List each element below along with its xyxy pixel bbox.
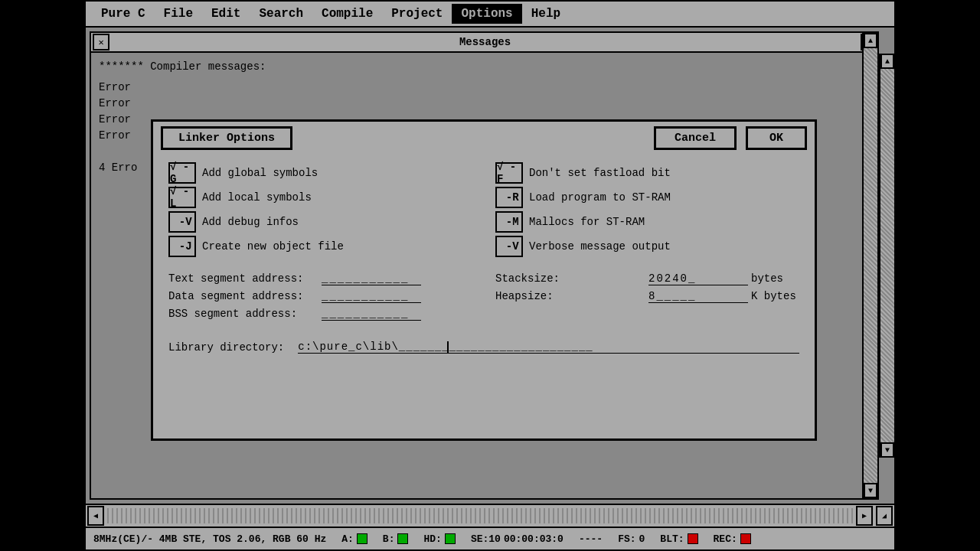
left-border	[0, 0, 84, 551]
right-border	[896, 0, 980, 551]
system-info-text: 8MHz(CE)/- 4MB STE, TOS 2.06, RGB 60 Hz	[93, 533, 326, 545]
library-input[interactable]: c:\pure_c\lib\__________________________…	[298, 341, 799, 354]
heapsize-input[interactable]: 8_____	[648, 290, 748, 303]
checkbox-V2[interactable]: -V	[495, 236, 523, 257]
dialog-segments: Text segment address: ___________ Data s…	[153, 265, 815, 333]
text-segment-row: Text segment address: ___________	[168, 272, 472, 285]
options-left-col: √ -G Add global symbols √ -L Add local s…	[168, 162, 472, 257]
dialog-titlebar: Linker Options Cancel OK	[153, 122, 815, 155]
main-scroll-down-button[interactable]: ▼	[880, 442, 894, 458]
checkbox-R[interactable]: -R	[495, 187, 523, 208]
menu-file[interactable]: File	[155, 4, 202, 24]
drive-b-led	[397, 533, 408, 544]
checkbox-M[interactable]: -M	[495, 211, 523, 233]
checkbox-V[interactable]: -V	[168, 211, 196, 233]
status-bottom: 8MHz(CE)/- 4MB STE, TOS 2.06, RGB 60 Hz …	[86, 528, 894, 549]
drive-hd-label: HD:	[423, 533, 441, 545]
segments-left-col: Text segment address: ___________ Data s…	[168, 272, 472, 325]
option-label-M: Mallocs for ST-RAM	[529, 216, 645, 228]
separator-text: ----	[579, 533, 603, 545]
data-segment-input[interactable]: ___________	[322, 290, 421, 303]
error-list: Error Error Error Error 4 Erro	[99, 80, 137, 176]
library-label: Library directory:	[168, 341, 284, 354]
messages-scroll-up-icon[interactable]: ▲	[864, 33, 877, 48]
messages-title: Messages	[111, 36, 859, 48]
stacksize-label: Stacksize:	[495, 272, 648, 285]
checkbox-L[interactable]: √ -L	[168, 187, 196, 208]
menu-compile[interactable]: Compile	[312, 4, 382, 24]
dialog-buttons: Cancel OK	[654, 126, 807, 150]
main-content: ✕ Messages ▲ ******* Compiler messages: …	[86, 28, 894, 504]
menu-options[interactable]: Options	[452, 4, 521, 24]
status-rec: REC:	[714, 533, 751, 545]
messages-scrollbar: ▲ ▼	[862, 33, 877, 498]
option-row-V: -V Add debug infos	[168, 211, 472, 233]
status-top: ◀ ▶ ◢	[86, 505, 894, 528]
option-row-J: -J Create new object file	[168, 236, 472, 257]
status-drive-hd: HD:	[423, 533, 455, 545]
error-line-1: Error	[99, 80, 137, 96]
ok-button[interactable]: OK	[746, 126, 807, 150]
rec-label: REC:	[714, 533, 737, 545]
status-fs: FS: 0	[618, 533, 645, 545]
checkbox-J[interactable]: -J	[168, 236, 196, 257]
option-label-L: Add local symbols	[202, 191, 312, 204]
messages-heading: ******* Compiler messages:	[99, 59, 870, 75]
blt-led	[688, 533, 698, 544]
messages-scroll-down-icon[interactable]: ▼	[864, 483, 877, 498]
bss-segment-input[interactable]: ___________	[322, 308, 421, 321]
se-label: SE:10	[471, 533, 501, 545]
error-line-3: Error	[99, 112, 137, 128]
heapsize-unit: K bytes	[751, 290, 796, 302]
text-segment-label: Text segment address:	[168, 272, 322, 285]
checkbox-G[interactable]: √ -G	[168, 162, 196, 184]
bss-segment-label: BSS segment address:	[168, 308, 322, 320]
option-label-V2: Verbose message output	[529, 240, 671, 253]
scroll-right-button[interactable]: ▶	[856, 506, 873, 526]
menu-edit[interactable]: Edit	[202, 4, 250, 24]
heapsize-row: Heapsize: 8_____ K bytes	[495, 290, 799, 303]
horizontal-scroll-track	[107, 508, 853, 523]
data-segment-label: Data segment address:	[168, 290, 322, 302]
messages-scroll-track	[864, 48, 877, 483]
stacksize-input[interactable]: 20240_	[648, 272, 748, 285]
main-scrollbar: ▲ ▼	[879, 54, 894, 458]
resize-corner[interactable]: ◢	[876, 506, 893, 526]
segments-right-col: Stacksize: 20240_ bytes Heapsize: 8_____…	[495, 272, 799, 325]
checkbox-F[interactable]: √ -F	[495, 162, 523, 184]
library-row: Library directory: c:\pure_c\lib\_______…	[168, 341, 799, 354]
menu-help[interactable]: Help	[522, 4, 570, 24]
menu-purec[interactable]: Pure C	[92, 4, 155, 24]
cursor-line	[447, 341, 449, 354]
stacksize-row: Stacksize: 20240_ bytes	[495, 272, 799, 285]
fs-label: FS:	[618, 533, 635, 545]
stacksize-unit: bytes	[751, 272, 783, 285]
rec-led	[740, 533, 751, 544]
error-line-2: Error	[99, 96, 137, 112]
library-input-container: c:\pure_c\lib\__________________________…	[298, 341, 799, 354]
error-count: 4 Erro	[99, 160, 137, 176]
status-separator: ----	[579, 533, 603, 545]
dialog-library: Library directory: c:\pure_c\lib\_______…	[153, 333, 815, 361]
error-line-4: Error	[99, 128, 137, 144]
options-right-col: √ -F Don't set fastload bit -R Load prog…	[495, 162, 799, 257]
option-label-J: Create new object file	[202, 240, 344, 253]
drive-a-led	[357, 533, 368, 544]
text-segment-input[interactable]: ___________	[322, 272, 421, 285]
option-label-R: Load program to ST-RAM	[529, 191, 671, 204]
scroll-left-button[interactable]: ◀	[87, 506, 104, 526]
heapsize-label: Heapsize:	[495, 290, 648, 302]
option-row-L: √ -L Add local symbols	[168, 187, 472, 208]
option-row-M: -M Mallocs for ST-RAM	[495, 211, 799, 233]
time-value: 00:00:03:0	[504, 533, 564, 545]
messages-titlebar: ✕ Messages ▲	[91, 33, 877, 53]
menubar: Pure C File Edit Search Compile Project …	[86, 2, 894, 28]
cancel-button[interactable]: Cancel	[654, 126, 737, 150]
option-label-F: Don't set fastload bit	[529, 167, 671, 179]
data-segment-row: Data segment address: ___________	[168, 290, 472, 303]
main-scroll-track	[880, 69, 894, 442]
messages-close-button[interactable]: ✕	[93, 34, 109, 51]
menu-project[interactable]: Project	[382, 4, 452, 24]
main-scroll-up-button[interactable]: ▲	[880, 54, 894, 69]
menu-search[interactable]: Search	[250, 4, 312, 24]
